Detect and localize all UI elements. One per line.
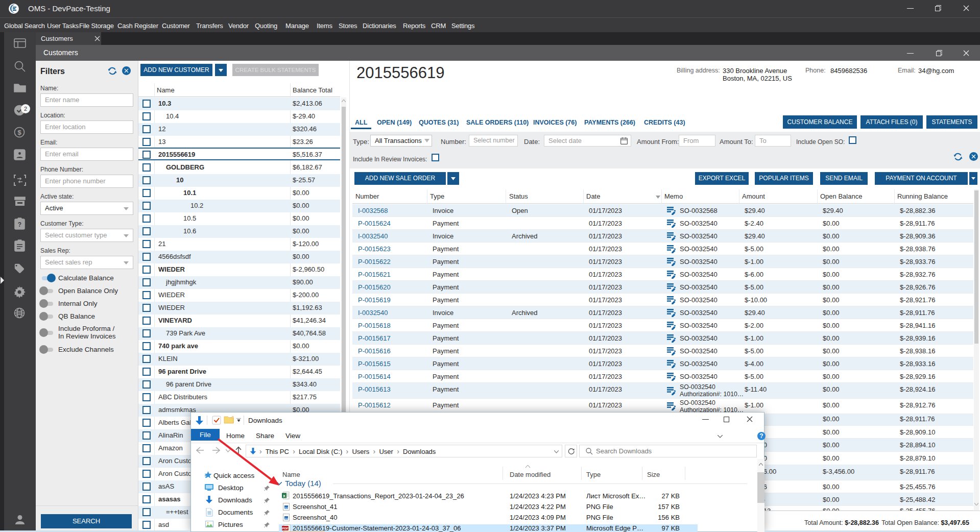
svg-text:$: $	[17, 129, 21, 136]
svg-text:?: ?	[18, 221, 21, 228]
svg-text:PDF: PDF	[282, 526, 289, 530]
